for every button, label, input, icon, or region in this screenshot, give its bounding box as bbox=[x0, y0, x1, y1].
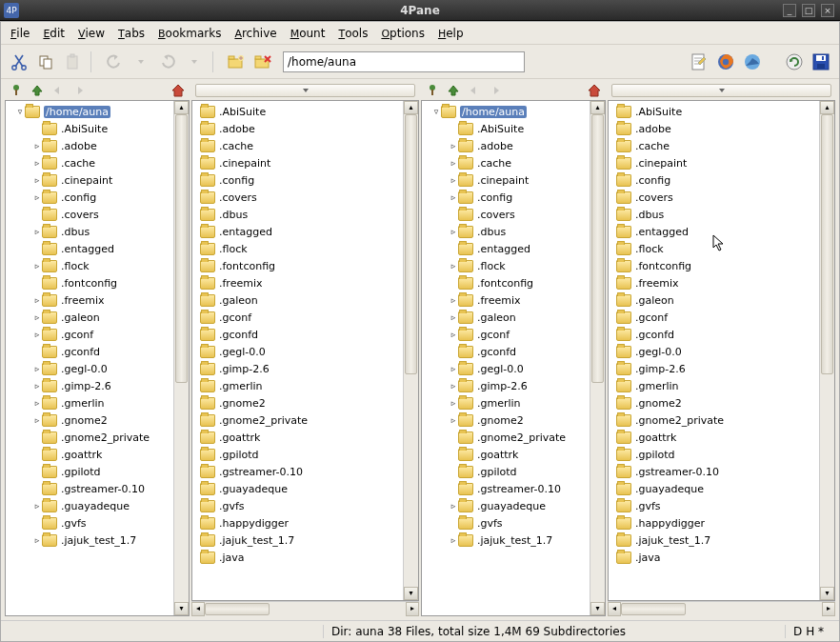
scrollbar-vertical[interactable]: ▴▾ bbox=[590, 101, 605, 615]
refresh-icon[interactable] bbox=[782, 50, 807, 74]
tree-item[interactable]: ▹.guayadeque bbox=[422, 497, 590, 514]
list-item[interactable]: .happydigger bbox=[609, 514, 819, 532]
list-item[interactable]: .covers bbox=[609, 189, 819, 206]
tree-item[interactable]: ▹.gegl-0.0 bbox=[6, 360, 173, 377]
tree-item[interactable]: ▹.gnome2 bbox=[6, 411, 173, 429]
undo-icon[interactable] bbox=[102, 50, 127, 74]
list-item[interactable]: .cinepaint bbox=[192, 154, 403, 171]
list-item[interactable]: .galeon bbox=[609, 291, 819, 309]
tree-item[interactable]: ▹.jajuk_test_1.7 bbox=[422, 532, 590, 549]
scrollbar-horizontal[interactable]: ◂▸ bbox=[191, 601, 419, 616]
tree-icon[interactable] bbox=[9, 83, 24, 98]
tree-root[interactable]: ▿/home/auna bbox=[6, 103, 173, 120]
save-icon[interactable] bbox=[809, 50, 833, 74]
tree-item[interactable]: .fontconfig bbox=[6, 274, 173, 291]
tree-item[interactable]: .gnome2_private bbox=[6, 429, 173, 446]
menu-tabs[interactable]: Tabs bbox=[112, 25, 150, 42]
paste-icon[interactable] bbox=[60, 50, 85, 74]
list-item[interactable]: .gconf bbox=[609, 309, 819, 326]
tree-item[interactable]: ▹.gimp-2.6 bbox=[6, 377, 173, 394]
right-file-list[interactable]: .AbiSuite.adobe.cache.cinepaint.config.c… bbox=[609, 101, 819, 600]
left-file-list[interactable]: .AbiSuite.adobe.cache.cinepaint.config.c… bbox=[192, 101, 403, 600]
minimize-button[interactable]: _ bbox=[783, 4, 796, 17]
list-item[interactable]: .gmerlin bbox=[609, 377, 819, 394]
tree-item[interactable]: ▹.flock bbox=[422, 257, 590, 274]
tree-item[interactable]: ▹.dbus bbox=[6, 223, 173, 240]
list-item[interactable]: .gnome2_private bbox=[192, 411, 403, 429]
tree-item[interactable]: .goattrk bbox=[422, 446, 590, 463]
list-item[interactable]: .goattrk bbox=[609, 429, 819, 446]
tree-item[interactable]: ▹.cache bbox=[422, 154, 590, 171]
tree-item[interactable]: ▹.freemix bbox=[6, 291, 173, 309]
menu-edit[interactable]: Edit bbox=[37, 25, 70, 42]
tree-item[interactable]: .AbiSuite bbox=[6, 120, 173, 137]
list-item[interactable]: .gimp-2.6 bbox=[609, 360, 819, 377]
list-item[interactable]: .freemix bbox=[609, 274, 819, 291]
editor-icon[interactable] bbox=[687, 50, 711, 74]
list-item[interactable]: .gconfd bbox=[609, 326, 819, 343]
menu-help[interactable]: Help bbox=[432, 25, 470, 42]
tree-item[interactable]: .gvfs bbox=[422, 514, 590, 532]
list-item[interactable]: .guayadeque bbox=[609, 480, 819, 497]
list-item[interactable]: .gstreamer-0.10 bbox=[192, 463, 403, 480]
list-item[interactable]: .fontconfig bbox=[192, 257, 403, 274]
tree-item[interactable]: ▹.flock bbox=[6, 257, 173, 274]
tree-item[interactable]: ▹.cache bbox=[6, 154, 173, 171]
list-item[interactable]: .java bbox=[609, 549, 819, 566]
tree-item[interactable]: .entagged bbox=[6, 240, 173, 257]
tree-item[interactable]: ▹.adobe bbox=[6, 137, 173, 154]
list-item[interactable]: .entagged bbox=[609, 223, 819, 240]
list-item[interactable]: .guayadeque bbox=[192, 480, 403, 497]
tree-item[interactable]: .entagged bbox=[422, 240, 590, 257]
list-item[interactable]: .cinepaint bbox=[609, 154, 819, 171]
list-item[interactable]: .goattrk bbox=[192, 429, 403, 446]
tree-item[interactable]: .gnome2_private bbox=[422, 429, 590, 446]
redo-icon[interactable] bbox=[155, 50, 180, 74]
list-item[interactable]: .freemix bbox=[192, 274, 403, 291]
list-item[interactable]: .AbiSuite bbox=[609, 103, 819, 120]
copy-icon[interactable] bbox=[33, 50, 58, 74]
list-item[interactable]: .gvfs bbox=[609, 497, 819, 514]
tree-item[interactable]: .gvfs bbox=[6, 514, 173, 532]
list-item[interactable]: .happydigger bbox=[192, 514, 403, 532]
tree-item[interactable]: .fontconfig bbox=[422, 274, 590, 291]
tree-item[interactable]: ▹.freemix bbox=[422, 291, 590, 309]
scrollbar-vertical[interactable]: ▴▾ bbox=[819, 101, 834, 600]
maximize-button[interactable]: □ bbox=[802, 4, 815, 17]
list-item[interactable]: .flock bbox=[609, 240, 819, 257]
tree-icon[interactable] bbox=[425, 83, 440, 98]
tree-item[interactable]: ▹.gconf bbox=[422, 326, 590, 343]
tree-item[interactable]: ▹.gmerlin bbox=[6, 394, 173, 411]
home-icon[interactable] bbox=[587, 83, 602, 98]
home-icon[interactable] bbox=[170, 83, 186, 98]
menu-file[interactable]: File bbox=[5, 25, 35, 42]
tree-item[interactable]: .goattrk bbox=[6, 446, 173, 463]
list-item[interactable]: .cache bbox=[192, 137, 403, 154]
tree-item[interactable]: .gconfd bbox=[6, 343, 173, 360]
list-item[interactable]: .gmerlin bbox=[192, 377, 403, 394]
tree-item[interactable]: ▹.config bbox=[6, 189, 173, 206]
list-item[interactable]: .jajuk_test_1.7 bbox=[609, 532, 819, 549]
list-item[interactable]: .gegl-0.0 bbox=[609, 343, 819, 360]
new-folder-icon[interactable] bbox=[224, 50, 249, 74]
tree-item[interactable]: .covers bbox=[6, 206, 173, 223]
list-item[interactable]: .entagged bbox=[192, 223, 403, 240]
tree-item[interactable]: ▹.dbus bbox=[422, 223, 590, 240]
forward-icon[interactable] bbox=[488, 83, 503, 98]
list-item[interactable]: .dbus bbox=[192, 206, 403, 223]
list-item[interactable]: .gnome2_private bbox=[609, 411, 819, 429]
tree-item[interactable]: ▹.gnome2 bbox=[422, 411, 590, 429]
up-icon[interactable] bbox=[30, 83, 45, 98]
list-item[interactable]: .gnome2 bbox=[192, 394, 403, 411]
tree-item[interactable]: ▹.adobe bbox=[422, 137, 590, 154]
list-item[interactable]: .gpilotd bbox=[192, 446, 403, 463]
list-item[interactable]: .covers bbox=[192, 189, 403, 206]
menu-bookmarks[interactable]: Bookmarks bbox=[152, 25, 227, 42]
tree-item[interactable]: ▹.guayadeque bbox=[6, 497, 173, 514]
close-button[interactable]: × bbox=[821, 4, 834, 17]
list-item[interactable]: .java bbox=[192, 549, 403, 566]
tree-item[interactable]: .gstreamer-0.10 bbox=[6, 480, 173, 497]
menu-options[interactable]: Options bbox=[375, 25, 430, 42]
tree-item[interactable]: ▹.config bbox=[422, 189, 590, 206]
list-item[interactable]: .gvfs bbox=[192, 497, 403, 514]
